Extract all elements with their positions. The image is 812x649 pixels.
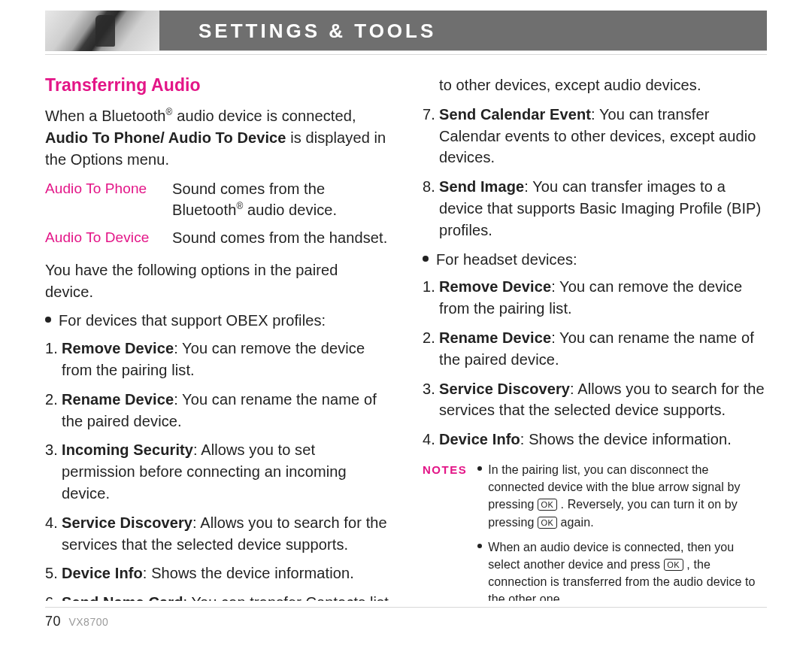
def-desc: Sound comes from the handset. xyxy=(172,227,389,249)
headset-option-list: Remove Device: You can remove the device… xyxy=(423,276,767,450)
note-text-part: again. xyxy=(561,516,594,529)
obex-option-list-cont: Send Calendar Event: You can transfer Ca… xyxy=(423,104,767,241)
list-item: Rename Device: You can rename the name o… xyxy=(45,389,389,432)
list-item: Remove Device: You can remove the device… xyxy=(45,338,389,381)
page-header: SETTINGS & TOOLS xyxy=(45,11,767,51)
list-item: Service Discovery: Allows you to search … xyxy=(45,512,389,556)
list-item-continuation: to other devices, except audio devices. xyxy=(423,74,767,96)
item-title: Service Discovery xyxy=(439,381,570,397)
list-item: Send Image: You can transfer images to a… xyxy=(423,176,767,241)
model-number: VX8700 xyxy=(68,616,108,628)
bullet-icon xyxy=(477,466,482,471)
item-title: Service Discovery xyxy=(62,514,192,531)
def-term: Audio To Phone xyxy=(45,178,154,222)
column-left: Transferring Audio When a Bluetooth® aud… xyxy=(45,73,389,601)
item-text: : Shows the device information. xyxy=(520,431,732,447)
list-item: Incoming Security: Allows you to set per… xyxy=(45,439,389,504)
obex-option-list: Remove Device: You can remove the device… xyxy=(45,338,389,601)
header-title-bar: SETTINGS & TOOLS xyxy=(159,11,767,51)
header-rule xyxy=(45,54,767,55)
bullet-text: For headset devices: xyxy=(436,249,577,271)
note-text: In the pairing list, you can disconnect … xyxy=(488,461,767,531)
note-item: When an audio device is connected, then … xyxy=(477,538,767,601)
bullet-item: For headset devices: xyxy=(423,249,767,271)
item-title: Remove Device xyxy=(439,278,551,295)
list-item: Device Info: Shows the device informatio… xyxy=(423,429,767,450)
intro-bold: Audio To Phone/ Audio To Device xyxy=(45,129,286,146)
list-item: Remove Device: You can remove the device… xyxy=(423,276,767,320)
def-desc: Sound comes from the Bluetooth® audio de… xyxy=(172,178,389,222)
bullet-icon xyxy=(477,544,482,548)
ok-key-icon: OK xyxy=(664,559,683,571)
bullet-icon xyxy=(423,256,429,262)
note-text: When an audio device is connected, then … xyxy=(488,538,767,601)
options-intro: You have the following options in the pa… xyxy=(45,259,389,303)
page-number: 70 xyxy=(45,614,61,629)
item-title: Send Calendar Event xyxy=(439,106,591,123)
item-text: : You can transfer Contacts list xyxy=(183,594,388,601)
item-title: Rename Device xyxy=(439,329,551,346)
item-title: Device Info xyxy=(439,431,520,447)
item-title: Send Image xyxy=(439,178,524,195)
definition-list: Audio To Phone Sound comes from the Blue… xyxy=(45,178,389,249)
intro-text: audio device is connected, xyxy=(173,108,356,124)
bullet-item: For devices that support OBEX profiles: xyxy=(45,310,389,332)
bullet-text: For devices that support OBEX profiles: xyxy=(59,310,326,332)
item-title: Send Name Card xyxy=(62,594,183,601)
header-photo xyxy=(45,11,159,51)
notes-label: NOTES xyxy=(423,461,467,478)
page-footer: 70 VX8700 xyxy=(45,607,767,629)
item-title: Incoming Security xyxy=(62,441,193,458)
list-item: Send Name Card: You can transfer Contact… xyxy=(45,592,389,601)
intro-text: When a Bluetooth xyxy=(45,108,166,124)
item-title: Rename Device xyxy=(62,391,174,408)
list-item: Service Discovery: Allows you to search … xyxy=(423,378,767,422)
ok-key-icon: OK xyxy=(538,517,557,529)
bullet-icon xyxy=(45,317,51,323)
item-title: Remove Device xyxy=(62,340,174,356)
item-title: Device Info xyxy=(62,565,143,581)
ok-key-icon: OK xyxy=(538,499,557,511)
intro-paragraph: When a Bluetooth® audio device is connec… xyxy=(45,105,389,170)
def-term: Audio To Device xyxy=(45,227,154,249)
registered-mark: ® xyxy=(166,107,173,117)
def-desc-text: audio device. xyxy=(243,202,337,218)
list-item: Device Info: Shows the device informatio… xyxy=(45,563,389,584)
column-right: to other devices, except audio devices. … xyxy=(423,73,767,601)
notes-items: In the pairing list, you can disconnect … xyxy=(477,461,767,601)
note-item: In the pairing list, you can disconnect … xyxy=(477,461,767,531)
page: SETTINGS & TOOLS Transferring Audio When… xyxy=(0,0,812,601)
header-title: SETTINGS & TOOLS xyxy=(198,20,436,43)
content-columns: Transferring Audio When a Bluetooth® aud… xyxy=(45,59,767,601)
list-item: Rename Device: You can rename the name o… xyxy=(423,327,767,371)
item-text: : Shows the device information. xyxy=(143,565,354,581)
section-heading: Transferring Audio xyxy=(45,73,389,98)
list-item: Send Calendar Event: You can transfer Ca… xyxy=(423,104,767,168)
notes-block: NOTES In the pairing list, you can disco… xyxy=(423,461,767,601)
